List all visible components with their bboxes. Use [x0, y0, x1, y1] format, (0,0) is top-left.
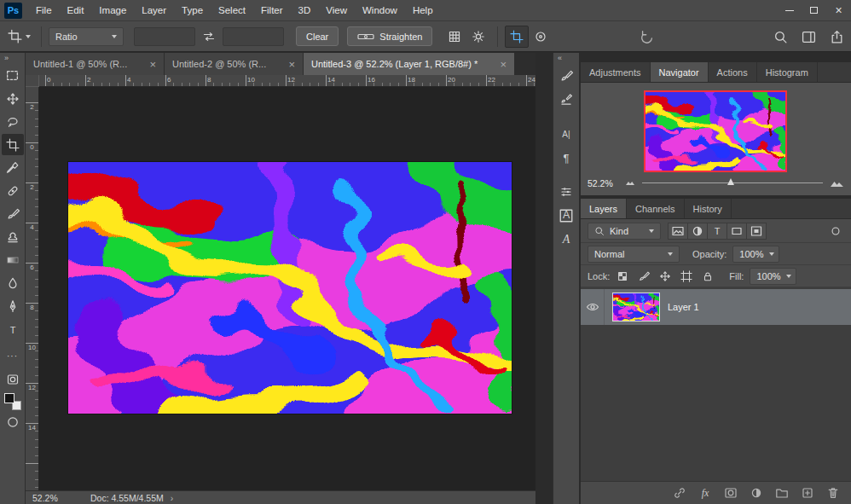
- crop-settings-gear-button[interactable]: [466, 26, 490, 48]
- layer-effects-button[interactable]: fx: [698, 485, 713, 501]
- filter-adjustment-layers-button[interactable]: [687, 223, 708, 240]
- photoshop-logo[interactable]: Ps: [4, 3, 22, 19]
- swap-dimensions-button[interactable]: [197, 26, 221, 48]
- clear-button[interactable]: Clear: [296, 26, 339, 46]
- clone-stamp-tool[interactable]: [2, 226, 24, 247]
- tab-navigator[interactable]: Navigator: [651, 62, 709, 82]
- link-layers-button[interactable]: [672, 485, 687, 501]
- vertical-ruler[interactable]: 2 0 2 4 6 8 10 12 14: [26, 87, 39, 490]
- document-image[interactable]: [68, 162, 512, 414]
- straighten-button[interactable]: Straighten: [347, 26, 432, 46]
- properties-panel-icon[interactable]: [555, 181, 577, 203]
- tab-actions[interactable]: Actions: [709, 62, 757, 82]
- content-aware-button[interactable]: [529, 26, 553, 48]
- more-tools-button[interactable]: ···: [2, 345, 24, 367]
- horizontal-ruler[interactable]: 0 2 4 6 8 10 12 14 16 18 20 22 24: [39, 75, 535, 87]
- zoom-slider-thumb[interactable]: [727, 178, 734, 185]
- tab-layers[interactable]: Layers: [581, 199, 627, 218]
- filter-shape-layers-button[interactable]: [727, 223, 747, 240]
- menu-layer[interactable]: Layer: [134, 0, 174, 21]
- close-tab-icon[interactable]: ×: [149, 59, 156, 70]
- document-tab-3[interactable]: Untitled-3 @ 52.2% (Layer 1, RGB/8#) * ×: [304, 53, 515, 75]
- canvas-area[interactable]: [39, 87, 535, 490]
- share-button[interactable]: [830, 30, 844, 44]
- new-adjustment-layer-button[interactable]: [749, 485, 764, 501]
- tool-preset-picker[interactable]: [0, 29, 34, 43]
- filter-smart-objects-button[interactable]: [746, 223, 767, 240]
- crop-overlay-options-button[interactable]: [443, 26, 466, 48]
- close-button[interactable]: ×: [826, 0, 851, 21]
- search-button[interactable]: [773, 30, 788, 44]
- menu-file[interactable]: File: [28, 0, 60, 21]
- zoom-in-icon[interactable]: [830, 177, 844, 189]
- tab-channels[interactable]: Channels: [627, 199, 684, 218]
- menu-type[interactable]: Type: [174, 0, 211, 21]
- collapse-tools-icon[interactable]: »: [0, 53, 9, 64]
- layer-visibility-toggle[interactable]: [581, 289, 605, 325]
- lock-transparent-pixels-button[interactable]: [614, 269, 631, 284]
- document-tab-2[interactable]: Untitled-2 @ 50% (R... ×: [165, 53, 304, 75]
- tab-adjustments[interactable]: Adjustments: [581, 62, 651, 82]
- expand-panels-icon[interactable]: «: [553, 53, 562, 64]
- layer-row-selected[interactable]: Layer 1: [581, 289, 851, 325]
- character-panel-icon[interactable]: A|: [555, 123, 577, 145]
- close-tab-icon[interactable]: ×: [500, 59, 507, 70]
- layer-name[interactable]: Layer 1: [668, 302, 699, 312]
- tab-history[interactable]: History: [685, 199, 732, 218]
- crop-tool[interactable]: [2, 134, 24, 155]
- delete-layer-button[interactable]: [825, 485, 841, 501]
- menu-image[interactable]: Image: [91, 0, 134, 21]
- color-swatches[interactable]: [4, 393, 21, 410]
- ruler-origin-corner[interactable]: [26, 75, 39, 87]
- glyphs-panel-icon[interactable]: A: [555, 205, 577, 227]
- lock-position-button[interactable]: [657, 269, 674, 284]
- menu-select[interactable]: Select: [211, 0, 253, 21]
- lock-image-pixels-button[interactable]: [635, 269, 652, 284]
- layer-thumbnail[interactable]: [612, 293, 660, 322]
- delete-cropped-pixels-button[interactable]: [505, 26, 529, 48]
- marquee-tool[interactable]: [2, 65, 24, 86]
- type-tool[interactable]: T: [2, 318, 24, 339]
- crop-ratio-dropdown[interactable]: Ratio: [49, 27, 124, 46]
- menu-edit[interactable]: Edit: [60, 0, 92, 21]
- brush-tool[interactable]: [2, 203, 24, 224]
- healing-brush-tool[interactable]: [2, 180, 24, 201]
- menu-filter[interactable]: Filter: [253, 0, 291, 21]
- gradient-tool[interactable]: [2, 249, 24, 270]
- add-layer-mask-button[interactable]: [723, 485, 738, 501]
- paragraph-panel-icon[interactable]: ¶: [555, 147, 577, 169]
- menu-3d[interactable]: 3D: [291, 0, 319, 21]
- menu-window[interactable]: Window: [355, 0, 405, 21]
- blur-tool[interactable]: [2, 272, 24, 293]
- opacity-dropdown[interactable]: 100%: [732, 246, 779, 263]
- pen-tool[interactable]: [2, 295, 24, 316]
- minimize-button[interactable]: [777, 0, 802, 21]
- quick-mask-button[interactable]: [2, 368, 24, 390]
- lasso-tool[interactable]: [2, 111, 24, 132]
- navigator-zoom-field[interactable]: 52.2%: [588, 178, 618, 188]
- close-tab-icon[interactable]: ×: [288, 59, 295, 70]
- maximize-button[interactable]: [802, 0, 826, 21]
- zoom-slider[interactable]: [642, 175, 823, 190]
- reset-tool-button[interactable]: [640, 29, 655, 44]
- status-options-chevron[interactable]: ›: [171, 493, 174, 503]
- menu-view[interactable]: View: [318, 0, 355, 21]
- lock-artboard-button[interactable]: [678, 269, 695, 284]
- filter-pixel-layers-button[interactable]: [668, 223, 688, 240]
- move-tool[interactable]: [2, 88, 24, 109]
- zoom-out-icon[interactable]: [625, 177, 635, 188]
- styles-panel-icon[interactable]: A: [555, 229, 577, 251]
- document-tab-1[interactable]: Untitled-1 @ 50% (R... ×: [26, 53, 165, 75]
- status-zoom-field[interactable]: 52.2%: [32, 493, 63, 503]
- menu-help[interactable]: Help: [405, 0, 441, 21]
- filter-type-layers-button[interactable]: T: [707, 223, 727, 240]
- layer-filtering-toggle[interactable]: [827, 223, 844, 240]
- crop-width-input[interactable]: [134, 27, 195, 46]
- brush-settings-panel-icon[interactable]: [555, 65, 577, 87]
- eyedropper-tool[interactable]: [2, 157, 24, 178]
- blend-mode-dropdown[interactable]: Normal: [588, 246, 680, 263]
- tab-histogram[interactable]: Histogram: [757, 62, 818, 82]
- foreground-color-swatch[interactable]: [4, 393, 14, 403]
- fill-dropdown[interactable]: 100%: [750, 268, 796, 285]
- navigator-preview[interactable]: [644, 90, 787, 172]
